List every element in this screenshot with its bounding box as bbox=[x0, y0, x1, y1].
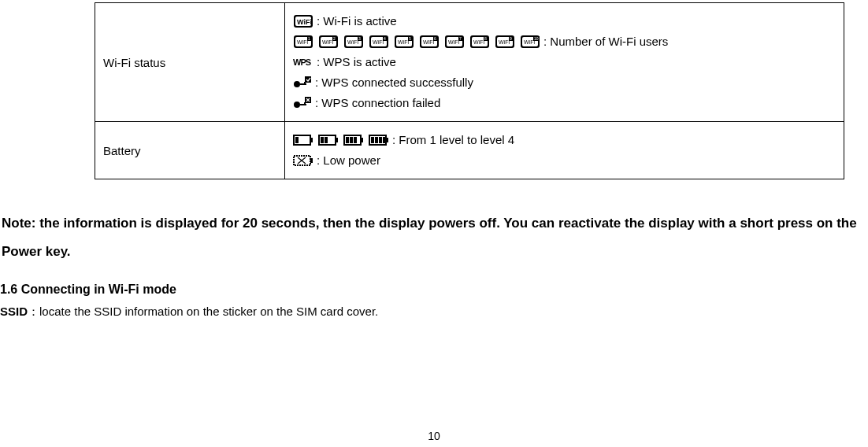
note-text: Note: the information is displayed for 2… bbox=[0, 209, 868, 265]
battery-desc: : From 1 level to level 4 : Low power bbox=[285, 122, 844, 179]
svg-rect-78 bbox=[379, 137, 382, 143]
wps-fail-text: : WPS connection failed bbox=[315, 94, 440, 112]
svg-text:10: 10 bbox=[534, 36, 539, 41]
svg-text:WPS: WPS bbox=[293, 57, 311, 67]
svg-rect-76 bbox=[371, 137, 374, 143]
battery-low-icon bbox=[293, 154, 313, 167]
wps-active-text: : WPS is active bbox=[317, 54, 396, 71]
page-number: 10 bbox=[0, 430, 868, 442]
svg-text:7: 7 bbox=[459, 36, 462, 41]
battery-low-text: : Low power bbox=[317, 152, 380, 169]
wifi-active-text: : Wi-Fi is active bbox=[317, 13, 397, 30]
svg-text:WiFi: WiFi bbox=[473, 39, 484, 45]
table-row: Wi-Fi status WiFi : Wi-Fi is active WiFi… bbox=[95, 3, 844, 122]
wifi-status-desc: WiFi : Wi-Fi is active WiFi1 WiFi2 WiFi3… bbox=[285, 3, 844, 122]
svg-rect-79 bbox=[383, 137, 385, 143]
svg-rect-68 bbox=[325, 137, 328, 143]
svg-text:2: 2 bbox=[333, 36, 336, 41]
wps-icon: WPS bbox=[293, 57, 313, 68]
info-table: Wi-Fi status WiFi : Wi-Fi is active WiFi… bbox=[95, 2, 844, 179]
wifi-icon: WiFi bbox=[293, 14, 313, 28]
wifi-users-icons: WiFi1 WiFi2 WiFi3 WiFi4 WiFi5 WiFi6 WiFi… bbox=[293, 35, 540, 49]
svg-text:WiFi: WiFi bbox=[347, 39, 358, 45]
svg-rect-77 bbox=[375, 137, 378, 143]
svg-text:WiFi: WiFi bbox=[398, 39, 409, 45]
svg-text:WiFi: WiFi bbox=[297, 18, 312, 26]
svg-text:6: 6 bbox=[434, 36, 436, 41]
svg-rect-66 bbox=[336, 138, 338, 142]
svg-text:1: 1 bbox=[308, 36, 310, 41]
svg-text:4: 4 bbox=[384, 36, 386, 41]
svg-text:WiFi: WiFi bbox=[322, 39, 333, 45]
svg-rect-72 bbox=[350, 137, 353, 143]
svg-point-58 bbox=[294, 102, 300, 108]
svg-rect-67 bbox=[321, 137, 324, 143]
wifi-status-label: Wi-Fi status bbox=[95, 3, 285, 122]
svg-point-54 bbox=[294, 81, 300, 87]
svg-text:WiFi: WiFi bbox=[499, 39, 510, 45]
svg-rect-71 bbox=[346, 137, 349, 143]
wps-ok-icon bbox=[293, 76, 312, 89]
battery-levels-text: : From 1 level to level 4 bbox=[392, 131, 514, 149]
svg-rect-75 bbox=[386, 138, 388, 142]
svg-rect-63 bbox=[310, 138, 313, 142]
table-row: Battery : From 1 level to level 4 bbox=[95, 122, 844, 179]
svg-rect-81 bbox=[310, 158, 313, 163]
svg-text:9: 9 bbox=[510, 36, 512, 41]
svg-text:3: 3 bbox=[358, 36, 361, 41]
ssid-label: SSID bbox=[0, 305, 28, 318]
ssid-line: SSID：locate the SSID information on the … bbox=[0, 305, 868, 320]
svg-rect-73 bbox=[354, 137, 357, 143]
svg-rect-70 bbox=[361, 138, 363, 142]
svg-text:WiFi: WiFi bbox=[448, 39, 459, 45]
svg-text:5: 5 bbox=[409, 36, 411, 41]
wps-ok-text: : WPS connected successfully bbox=[315, 74, 473, 91]
svg-text:WiFi: WiFi bbox=[373, 39, 384, 45]
svg-rect-64 bbox=[295, 137, 299, 143]
svg-text:WiFi: WiFi bbox=[423, 39, 434, 45]
ssid-text: locate the SSID information on the stick… bbox=[39, 305, 378, 318]
ssid-sep: ： bbox=[28, 305, 39, 318]
battery-levels-icons bbox=[293, 134, 389, 146]
svg-text:8: 8 bbox=[484, 36, 487, 41]
wifi-users-text: : Number of Wi-Fi users bbox=[543, 33, 668, 50]
section-heading: 1.6 Connecting in Wi-Fi mode bbox=[0, 283, 868, 297]
battery-label: Battery bbox=[95, 122, 285, 179]
wps-fail-icon bbox=[293, 97, 312, 109]
svg-text:WiFi: WiFi bbox=[297, 39, 308, 45]
